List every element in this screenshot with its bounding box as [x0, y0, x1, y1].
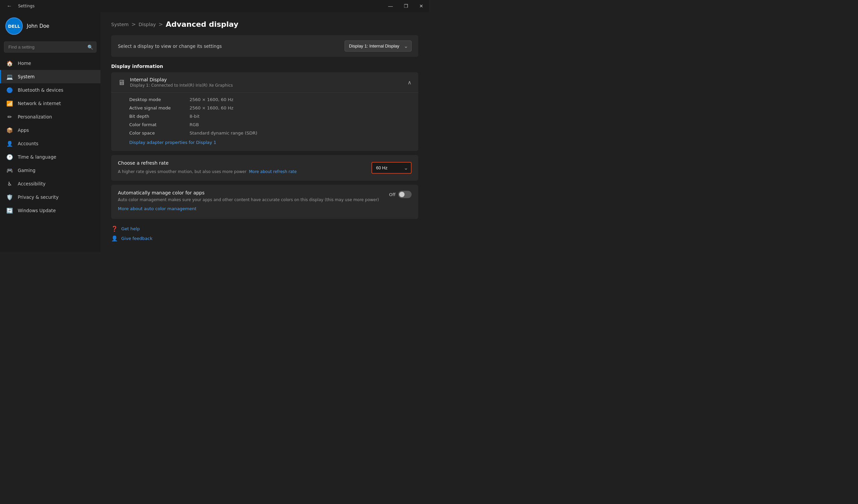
sidebar-item-label: Apps [18, 128, 29, 133]
auto-color-right: Off [389, 191, 412, 198]
sidebar-item-label: Time & language [18, 154, 56, 160]
collapse-button[interactable]: ∧ [408, 79, 412, 86]
sidebar-item-time[interactable]: 🕐 Time & language [0, 150, 100, 164]
sidebar-item-label: System [18, 74, 34, 79]
table-row: Active signal mode 2560 × 1600, 60 Hz [129, 104, 412, 112]
titlebar-controls: — ❐ ✕ [383, 0, 429, 12]
windows-update-icon: 🔄 [6, 207, 13, 214]
sidebar: DELL John Doe 🔍 🏠 Home 💻 System 🔵 Blueto… [0, 12, 100, 252]
display-dropdown-wrapper: Display 1: Internal Display [345, 40, 412, 51]
sidebar-item-accessibility[interactable]: ♿ Accessibility [0, 177, 100, 191]
row-label-signal: Active signal mode [129, 105, 190, 111]
auto-color-toggle[interactable] [398, 191, 412, 198]
sidebar-item-label: Accounts [18, 141, 38, 146]
search-box: 🔍 [4, 42, 96, 52]
row-value-signal: 2560 × 1600, 60 Hz [190, 105, 234, 111]
display-selector-label: Select a display to view or change its s… [118, 44, 222, 49]
row-label-bitdepth: Bit depth [129, 114, 190, 119]
breadcrumb-current: Advanced display [166, 20, 238, 29]
accounts-icon: 👤 [6, 140, 13, 147]
info-card-header-left: 🖥 Internal Display Display 1: Connected … [118, 77, 233, 88]
table-row: Desktop mode 2560 × 1600, 60 Hz [129, 95, 412, 104]
info-rows: Desktop mode 2560 × 1600, 60 Hz Active s… [111, 93, 418, 151]
search-icon: 🔍 [88, 45, 93, 50]
auto-color-more-link[interactable]: More about auto color management [118, 206, 196, 212]
display-select[interactable]: Display 1: Internal Display [345, 40, 412, 51]
sidebar-item-gaming[interactable]: 🎮 Gaming [0, 164, 100, 177]
sidebar-item-accounts[interactable]: 👤 Accounts [0, 137, 100, 150]
sidebar-item-label: Network & internet [18, 101, 61, 106]
sidebar-item-bluetooth[interactable]: 🔵 Bluetooth & devices [0, 83, 100, 97]
auto-color-left: Automatically manage color for apps Auto… [118, 190, 382, 213]
sidebar-item-label: Windows Update [18, 208, 55, 213]
home-icon: 🏠 [6, 60, 13, 67]
refresh-rate-card: Choose a refresh rate A higher rate give… [111, 155, 418, 181]
refresh-rate-dropdown-wrapper: 60 Hz48 Hz [371, 162, 412, 174]
breadcrumb-display[interactable]: Display [139, 22, 156, 27]
minimize-button[interactable]: — [383, 0, 398, 12]
maximize-button[interactable]: ❐ [398, 0, 414, 12]
table-row: Color space Standard dynamic range (SDR) [129, 129, 412, 137]
sidebar-item-windowsupdate[interactable]: 🔄 Windows Update [0, 204, 100, 217]
main-content: System > Display > Advanced display Sele… [100, 12, 429, 252]
get-help-label: Get help [121, 226, 140, 231]
row-label-colorformat: Color format [129, 122, 190, 127]
row-value-colorformat: RGB [190, 122, 199, 127]
refresh-rate-title: Choose a refresh rate [118, 160, 297, 166]
row-label-desktop: Desktop mode [129, 97, 190, 102]
app-container: DELL John Doe 🔍 🏠 Home 💻 System 🔵 Blueto… [0, 12, 429, 252]
sidebar-item-privacy[interactable]: 🛡️ Privacy & security [0, 191, 100, 204]
auto-color-card: Automatically manage color for apps Auto… [111, 185, 418, 219]
titlebar: ← Settings — ❐ ✕ [0, 0, 429, 12]
table-row: Color format RGB [129, 120, 412, 129]
sidebar-item-label: Accessibility [18, 181, 46, 186]
sidebar-item-apps[interactable]: 📦 Apps [0, 124, 100, 137]
row-label-colorspace: Color space [129, 131, 190, 135]
bottom-links: ❓ Get help 👤 Give feedback [111, 226, 418, 242]
auto-color-title: Automatically manage color for apps [118, 190, 382, 195]
search-input[interactable] [4, 42, 96, 52]
give-feedback-label: Give feedback [121, 236, 153, 241]
sidebar-item-network[interactable]: 📶 Network & internet [0, 97, 100, 110]
user-name: John Doe [27, 23, 49, 29]
sidebar-item-personalization[interactable]: ✏️ Personalization [0, 110, 100, 124]
breadcrumb-sep2: > [158, 21, 163, 28]
bluetooth-icon: 🔵 [6, 87, 13, 93]
sidebar-item-label: Gaming [18, 168, 35, 173]
refresh-rate-more-link[interactable]: More about refresh rate [249, 169, 297, 174]
sidebar-item-label: Privacy & security [18, 194, 59, 200]
dell-logo: DELL [5, 17, 23, 35]
auto-color-desc: Auto color management makes sure your ap… [118, 197, 382, 213]
auto-color-toggle-label: Off [389, 192, 396, 197]
gaming-icon: 🎮 [6, 167, 13, 174]
sidebar-item-label: Bluetooth & devices [18, 87, 63, 93]
give-feedback-link[interactable]: 👤 Give feedback [111, 235, 418, 242]
display-subtitle: Display 1: Connected to Intel(R) Iris(R)… [130, 83, 233, 88]
refresh-rate-desc: A higher rate gives smoother motion, but… [118, 167, 297, 175]
back-icon: ← [7, 3, 12, 9]
monitor-icon: 🖥 [118, 78, 125, 87]
titlebar-title: Settings [18, 4, 34, 9]
refresh-rate-select[interactable]: 60 Hz48 Hz [371, 162, 412, 174]
adapter-properties-link[interactable]: Display adapter properties for Display 1 [129, 140, 216, 145]
info-card-header: 🖥 Internal Display Display 1: Connected … [111, 72, 418, 93]
display-selector-card: Select a display to view or change its s… [111, 35, 418, 57]
help-icon: ❓ [111, 226, 118, 232]
display-info-title: Display information [111, 64, 418, 69]
privacy-icon: 🛡️ [6, 194, 13, 200]
time-icon: 🕐 [6, 153, 13, 160]
sidebar-item-system[interactable]: 💻 System [0, 70, 100, 83]
refresh-rate-left: Choose a refresh rate A higher rate give… [118, 160, 297, 175]
display-title: Internal Display [130, 77, 233, 82]
close-button[interactable]: ✕ [414, 0, 429, 12]
sidebar-item-home[interactable]: 🏠 Home [0, 56, 100, 70]
breadcrumb-system[interactable]: System [111, 22, 129, 27]
table-row: Bit depth 8-bit [129, 112, 412, 120]
back-button[interactable]: ← [4, 2, 15, 10]
get-help-link[interactable]: ❓ Get help [111, 226, 418, 232]
sidebar-item-label: Home [18, 61, 31, 66]
breadcrumb-sep1: > [131, 21, 136, 28]
apps-icon: 📦 [6, 127, 13, 133]
feedback-icon: 👤 [111, 235, 118, 242]
system-icon: 💻 [6, 73, 13, 80]
